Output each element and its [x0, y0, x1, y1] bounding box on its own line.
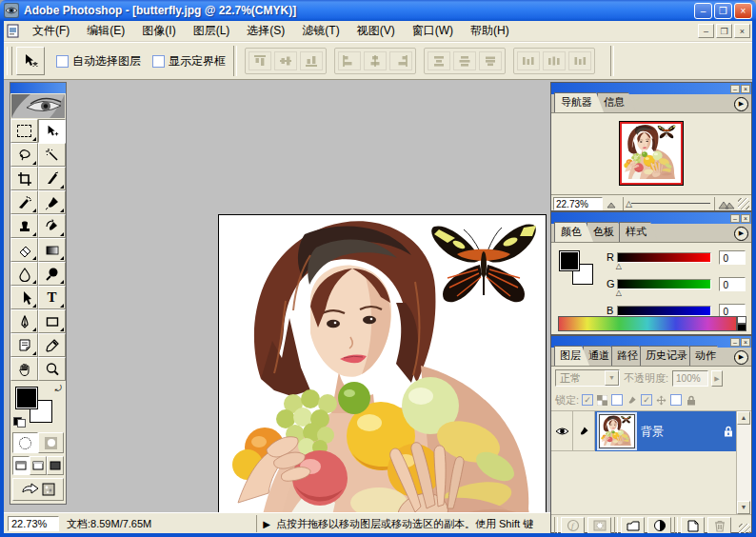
palette-minimize-button[interactable]: –: [730, 214, 740, 223]
new-adjustment-layer-button[interactable]: [647, 517, 671, 535]
close-button[interactable]: ×: [734, 3, 752, 19]
clone-stamp-tool[interactable]: [10, 214, 38, 238]
pen-tool[interactable]: [10, 309, 38, 333]
layer-row-main[interactable]: 背景: [595, 411, 737, 451]
type-tool[interactable]: T: [38, 286, 66, 309]
blur-tool[interactable]: [10, 262, 38, 286]
palette-menu-button[interactable]: ▶: [734, 350, 748, 365]
lock-all-checkbox[interactable]: [670, 394, 682, 406]
auto-select-layer-option[interactable]: 自动选择图层: [56, 53, 141, 70]
scroll-down-button[interactable]: ▼: [737, 501, 750, 514]
align-middle-button[interactable]: [274, 51, 297, 70]
tab-styles[interactable]: 样式: [619, 222, 658, 242]
gradient-tool[interactable]: [38, 238, 66, 262]
layer-row-background[interactable]: 背景: [551, 411, 737, 451]
dropdown-arrow-icon[interactable]: ▼: [605, 370, 619, 386]
delete-layer-button[interactable]: [707, 517, 731, 535]
palette-close-button[interactable]: ×: [741, 214, 750, 223]
foreground-color-swatch[interactable]: [559, 250, 580, 271]
red-slider-thumb[interactable]: △: [616, 262, 622, 270]
palette-menu-button[interactable]: ▶: [734, 97, 748, 111]
distribute-bottom-button[interactable]: [479, 51, 502, 70]
distribute-middle-button[interactable]: [453, 51, 476, 70]
distribute-top-button[interactable]: [428, 51, 450, 70]
foreground-color-swatch[interactable]: [15, 387, 38, 409]
minimize-button[interactable]: –: [694, 3, 712, 19]
document-canvas[interactable]: [218, 214, 547, 537]
fullscreen-menu-button[interactable]: [30, 456, 47, 475]
jump-to-imageready-button[interactable]: [12, 478, 64, 501]
palette-minimize-button[interactable]: –: [730, 338, 740, 347]
menu-view[interactable]: 视图(V): [348, 21, 404, 41]
airbrush-tool[interactable]: [10, 190, 38, 214]
photoshop-eye-banner[interactable]: [11, 94, 65, 118]
slice-tool[interactable]: [38, 167, 66, 190]
align-bottom-button[interactable]: [300, 51, 323, 70]
dodge-tool[interactable]: [38, 262, 66, 286]
red-slider[interactable]: △: [617, 252, 712, 263]
align-top-button[interactable]: [249, 51, 271, 70]
menu-help[interactable]: 帮助(H): [462, 21, 518, 41]
new-layer-button[interactable]: [681, 517, 705, 535]
distribute-right-button[interactable]: [568, 51, 591, 70]
palette-minimize-button[interactable]: –: [730, 85, 740, 93]
lock-transparency-checkbox[interactable]: ✓: [582, 394, 593, 406]
options-bar-handle[interactable]: [7, 47, 12, 75]
new-layer-set-button[interactable]: [621, 517, 645, 535]
eraser-tool[interactable]: [10, 238, 38, 262]
toolbox-title-bar[interactable]: [10, 83, 66, 93]
palette-close-button[interactable]: ×: [741, 85, 750, 93]
menu-edit[interactable]: 编辑(E): [78, 21, 133, 41]
menu-filter[interactable]: 滤镜(T): [293, 21, 348, 41]
magic-wand-tool[interactable]: [38, 143, 66, 167]
path-select-tool[interactable]: [10, 286, 38, 309]
notes-tool[interactable]: [10, 333, 38, 357]
history-brush-tool[interactable]: [38, 214, 66, 238]
color-spectrum-ramp[interactable]: [558, 316, 737, 331]
hand-tool[interactable]: [10, 357, 38, 381]
active-layer-cell[interactable]: [573, 411, 595, 451]
lock-position-checkbox[interactable]: ✓: [641, 394, 652, 406]
crop-tool[interactable]: [10, 167, 38, 190]
restore-button[interactable]: ❒: [714, 3, 732, 19]
visibility-cell[interactable]: [551, 411, 573, 451]
zoom-in-icon[interactable]: [718, 198, 735, 209]
paintbrush-tool[interactable]: [38, 190, 66, 214]
show-bbox-checkbox[interactable]: [152, 55, 165, 68]
red-value-field[interactable]: 0: [719, 250, 746, 265]
resize-grip[interactable]: [738, 198, 749, 209]
lock-image-checkbox[interactable]: [611, 394, 623, 406]
default-colors-icon[interactable]: [13, 417, 26, 428]
zoom-out-icon[interactable]: [607, 199, 620, 209]
standard-screen-button[interactable]: [12, 456, 30, 475]
spectrum-bw-swatches[interactable]: [737, 316, 746, 331]
distribute-left-button[interactable]: [517, 51, 540, 70]
green-slider-thumb[interactable]: △: [616, 288, 622, 297]
quick-mask-mode-button[interactable]: [38, 432, 64, 453]
palette-menu-button[interactable]: ▶: [734, 227, 748, 241]
green-value-field[interactable]: 0: [719, 277, 746, 291]
palette-close-button[interactable]: ×: [741, 338, 750, 347]
move-tool[interactable]: [38, 119, 66, 143]
doc-close-button[interactable]: ×: [734, 24, 750, 38]
tab-navigator[interactable]: 导航器: [554, 92, 604, 112]
standard-mode-button[interactable]: [12, 432, 38, 453]
doc-restore-button[interactable]: ❒: [716, 24, 732, 38]
distribute-center-button[interactable]: [543, 51, 566, 70]
menu-window[interactable]: 窗口(W): [404, 21, 462, 41]
align-right-button[interactable]: [389, 51, 412, 70]
slider-track[interactable]: [631, 203, 710, 204]
layer-style-button[interactable]: f: [561, 517, 585, 535]
status-doc-size[interactable]: 文档:8.59M/7.65M: [67, 517, 151, 531]
document-icon[interactable]: [7, 24, 21, 38]
tab-history[interactable]: 历史记录: [640, 346, 696, 366]
opacity-spinner-icon[interactable]: ▶: [711, 370, 723, 387]
rectangle-tool[interactable]: [38, 309, 66, 333]
status-arrow-icon[interactable]: ▶: [263, 519, 270, 529]
navigator-zoom-field[interactable]: 22.73%: [553, 197, 603, 210]
marquee-tool[interactable]: [10, 119, 38, 143]
navigator-proxy-view[interactable]: [620, 122, 683, 185]
tab-actions[interactable]: 动作: [689, 346, 725, 366]
add-mask-button[interactable]: [587, 517, 611, 535]
eyedropper-tool[interactable]: [38, 333, 66, 357]
